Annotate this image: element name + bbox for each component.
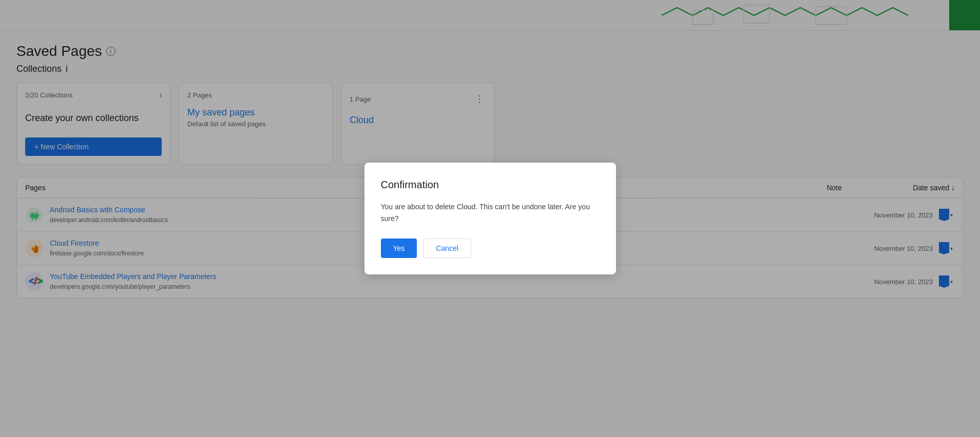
modal-yes-button[interactable]: Yes (381, 239, 417, 258)
modal-actions: Yes Cancel (381, 239, 600, 258)
modal-cancel-button[interactable]: Cancel (423, 239, 471, 258)
modal-title: Confirmation (381, 179, 600, 191)
modal-overlay[interactable]: Confirmation You are about to delete Clo… (0, 0, 980, 437)
confirmation-modal: Confirmation You are about to delete Clo… (364, 163, 616, 274)
modal-body: You are about to delete Cloud. This can'… (381, 201, 600, 224)
